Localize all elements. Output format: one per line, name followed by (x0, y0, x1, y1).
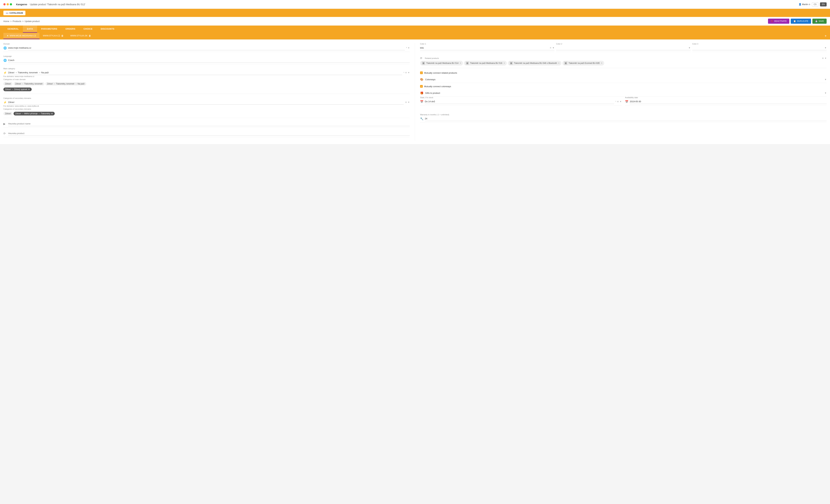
tab-general[interactable]: GENERAL (3, 26, 23, 33)
state-input[interactable] (425, 99, 614, 104)
lang-cs-button[interactable]: CS (812, 2, 819, 6)
language-input[interactable] (8, 58, 410, 63)
title-bar: Kangaroo Update product 'Tlakoměr na paž… (0, 0, 830, 9)
page-title: Update product 'Tlakoměr na paži Medisan… (30, 3, 796, 6)
domain-tabs: ★ WWW.MOJE-MEDISANA.CZ WWW.STYLKA.CZ 🗑 W… (0, 33, 830, 39)
state-actions: * ✕ ▼ (615, 100, 621, 103)
delete-stylka-sk-icon[interactable]: 🗑 (89, 34, 91, 37)
color2-dropdown-icon[interactable]: ▼ (689, 46, 691, 49)
tab-parameters[interactable]: PARAMETERS (37, 26, 61, 33)
color2-field: Color 2 ▼ (556, 43, 691, 53)
domain-input[interactable] (8, 45, 405, 50)
related-tag-1: 🖼 Tlakoměr na paži Medisana BU 516 ✕ (464, 61, 507, 66)
breadcrumb-sep2: > (22, 20, 24, 23)
color-row: Color 1 bílá ✕ ▼ Color 2 (420, 43, 827, 53)
related-tag-label-1: Tlakoměr na paži Medisana BU 516 (470, 62, 502, 64)
remove-related-1[interactable]: ✕ (503, 62, 505, 64)
main-category-input[interactable] (8, 70, 402, 75)
lang-en-button[interactable]: EN (820, 2, 827, 6)
tag-tlakometry: Zdraví → Tlakoměry, tonometr (13, 82, 44, 86)
color1-clear-icon[interactable]: ✕ (550, 46, 551, 49)
secondary-category-input[interactable] (8, 100, 404, 105)
warranty-field-group: Warranty in months (-1 = unlimited) 🔧 (420, 113, 827, 123)
add-domain-tab-icon[interactable]: + (825, 34, 827, 38)
deactivate-icon: 🚫 (771, 20, 773, 22)
breadcrumb-products[interactable]: Products (12, 20, 21, 23)
content-area: Domain 🌐 * ▼ Language 🌐 (0, 39, 830, 144)
domain-tab-stylka-sk[interactable]: WWW.STYLKA.SK 🗑 (67, 33, 94, 39)
user-icon: 👤 (799, 3, 801, 6)
domain-required-icon: * (406, 46, 407, 49)
save-icon: 💾 (815, 20, 818, 22)
action-buttons: 🚫 DEACTIVATE 📋 DUPLICATE 💾 SAVE (768, 19, 827, 24)
color1-select[interactable]: bílá ✕ ▼ (420, 45, 554, 50)
main-category-dropdown-icon[interactable]: ▼ (408, 71, 410, 74)
tab-discounts[interactable]: DISCOUNTS (97, 26, 118, 33)
delete-stylka-cz-icon[interactable]: 🗑 (61, 34, 64, 37)
heureka-product-row: ⟳ (3, 131, 410, 136)
remove-related-2[interactable]: ✕ (558, 62, 560, 64)
tab-data[interactable]: DATA (23, 26, 37, 33)
mutually-connect-related-checkbox[interactable]: ✓ (420, 71, 423, 74)
duplicate-button[interactable]: 📋 DUPLICATE (791, 19, 811, 24)
wrench-icon: 🔧 (420, 117, 423, 121)
tag-na-pazi: Zdraví → Tlakoměry, tonometr → Na paži (45, 82, 86, 86)
logout-icon[interactable]: ⎋ (809, 3, 810, 6)
main-category-clear-icon[interactable]: ✕ (405, 71, 407, 74)
warranty-input[interactable] (425, 116, 827, 121)
minimize-button[interactable] (7, 3, 9, 5)
domain-tab-moje-medisana[interactable]: ★ WWW.MOJE-MEDISANA.CZ (3, 33, 39, 39)
warranty-label: Warranty in months (-1 = unlimited) (420, 113, 827, 115)
color1-dropdown-icon[interactable]: ▼ (552, 46, 554, 49)
catalogue-button[interactable]: 📖 CATALOGUE (3, 11, 25, 15)
remove-related-3[interactable]: ✕ (601, 62, 603, 64)
state-clear-icon[interactable]: ✕ (617, 100, 619, 103)
main-category-label: Main category (3, 68, 410, 70)
warranty-input-wrapper (425, 116, 827, 121)
heureka-product-input[interactable] (8, 131, 410, 136)
save-button[interactable]: 💾 SAVE (812, 19, 827, 24)
related-products-row: ⟳ Related products ✕ ▼ (420, 57, 827, 60)
remove-tag-zdravy-spanek[interactable]: ✕ (28, 88, 30, 91)
related-dropdown-icon[interactable]: ▼ (825, 57, 827, 60)
tab-orders[interactable]: ORDERS (61, 26, 79, 33)
related-tag-img-3: 🖼 (564, 62, 568, 65)
share-icon: ⟳ (3, 132, 7, 135)
state-row-inner: 📅 * ✕ ▼ (420, 99, 621, 104)
domain-tab-stylka-cz[interactable]: WWW.STYLKA.CZ 🗑 (39, 33, 67, 39)
color2-select[interactable]: ▼ (556, 45, 691, 50)
remove-tag-merici[interactable]: ✕ (51, 112, 53, 115)
tab-choice[interactable]: CHOICE (79, 26, 97, 33)
related-clear-icon[interactable]: ✕ (822, 57, 824, 60)
language-globe-icon: 🌐 (3, 59, 7, 62)
star-icon: ★ (7, 35, 9, 37)
color3-label: Color 3 (692, 43, 827, 45)
secondary-category-input-wrapper (8, 100, 404, 105)
breadcrumb-home[interactable]: Home (3, 20, 9, 23)
related-products-actions: ✕ ▼ (822, 57, 827, 60)
colorways-icon: 🎨 (420, 78, 423, 81)
tag-zdravi-secondary: Zdraví (3, 112, 12, 115)
state-dropdown-icon[interactable]: ▼ (619, 100, 621, 103)
colorways-expand-icon[interactable]: ▼ (824, 78, 827, 81)
color3-dropdown-icon[interactable]: ▼ (824, 46, 827, 49)
related-tag-img-2: 🖼 (510, 62, 513, 65)
remove-related-0[interactable]: ✕ (459, 62, 461, 64)
maximize-button[interactable] (10, 3, 12, 5)
availability-input[interactable] (630, 99, 827, 104)
checkbox-colorways-check-icon: ✓ (421, 85, 422, 88)
breadcrumb-current: Update product (25, 20, 40, 23)
domain-dropdown-icon[interactable]: ▼ (408, 47, 410, 49)
mutually-connect-colorways-checkbox[interactable]: ✓ (420, 85, 423, 88)
color3-select[interactable]: ▼ (692, 45, 827, 50)
deactivate-button[interactable]: 🚫 DEACTIVATE (768, 19, 790, 24)
book-icon: 📖 (6, 12, 8, 14)
related-tag-img-0: 🖼 (422, 62, 425, 65)
secondary-dropdown-icon[interactable]: ▼ (408, 101, 410, 103)
close-button[interactable] (3, 3, 6, 5)
color3-select-inner: ▼ (692, 46, 827, 49)
heureka-name-input[interactable] (8, 122, 410, 126)
user-name: 👤 Martin ⎋ (799, 3, 810, 6)
secondary-clear-icon[interactable]: ✕ (405, 101, 407, 104)
gifts-expand-icon[interactable]: ▼ (824, 92, 827, 94)
